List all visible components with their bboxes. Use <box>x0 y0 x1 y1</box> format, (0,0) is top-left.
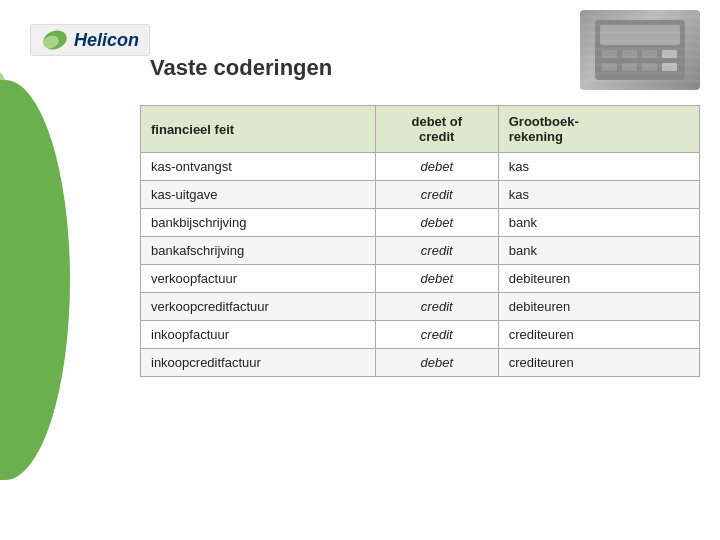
cell-feit: bankafschrijving <box>141 237 376 265</box>
table-row: inkoopfactuurcreditcrediteuren <box>141 321 700 349</box>
col-header-grootboek: Grootboek- rekening <box>498 106 699 153</box>
cell-grootboek: debiteuren <box>498 293 699 321</box>
cell-grootboek: debiteuren <box>498 265 699 293</box>
cell-debet-credit: debet <box>375 349 498 377</box>
table-row: bankbijschrijvingdebetbank <box>141 209 700 237</box>
cell-debet-credit: debet <box>375 153 498 181</box>
header: Helicon <box>0 10 720 70</box>
col-header-debet: debet of credit <box>375 106 498 153</box>
cell-debet-credit: credit <box>375 181 498 209</box>
cell-feit: inkoopcreditfactuur <box>141 349 376 377</box>
cell-debet-credit: debet <box>375 209 498 237</box>
coderingen-table: financieel feit debet of credit Grootboe… <box>140 105 700 377</box>
col-header-grootboek-line2: rekening <box>509 129 689 144</box>
table-row: verkoopcreditfactuurcreditdebiteuren <box>141 293 700 321</box>
col-header-grootboek-line1: Grootboek- <box>509 114 689 129</box>
cell-grootboek: bank <box>498 209 699 237</box>
logo-text: Helicon <box>74 30 139 51</box>
table-row: bankafschrijvingcreditbank <box>141 237 700 265</box>
table-body: kas-ontvangstdebetkaskas-uitgavecreditka… <box>141 153 700 377</box>
table-row: kas-ontvangstdebetkas <box>141 153 700 181</box>
table-header-row: financieel feit debet of credit Grootboe… <box>141 106 700 153</box>
cell-feit: bankbijschrijving <box>141 209 376 237</box>
cell-debet-credit: credit <box>375 293 498 321</box>
bg-decoration <box>0 80 70 480</box>
col-header-debet-line1: debet of <box>386 114 488 129</box>
page-title: Vaste coderingen <box>150 55 332 81</box>
cell-grootboek: kas <box>498 153 699 181</box>
cell-grootboek: bank <box>498 237 699 265</box>
col-header-debet-line2: credit <box>386 129 488 144</box>
table-row: kas-uitgavecreditkas <box>141 181 700 209</box>
cell-debet-credit: credit <box>375 321 498 349</box>
table-row: inkoopcreditfactuurdebetcrediteuren <box>141 349 700 377</box>
cell-feit: kas-ontvangst <box>141 153 376 181</box>
cell-debet-credit: debet <box>375 265 498 293</box>
cell-grootboek: kas <box>498 181 699 209</box>
cell-grootboek: crediteuren <box>498 349 699 377</box>
cell-feit: verkoopcreditfactuur <box>141 293 376 321</box>
logo: Helicon <box>30 24 150 56</box>
cell-feit: kas-uitgave <box>141 181 376 209</box>
logo-leaf-icon <box>41 29 69 51</box>
cell-feit: inkoopfactuur <box>141 321 376 349</box>
col-header-feit: financieel feit <box>141 106 376 153</box>
cell-grootboek: crediteuren <box>498 321 699 349</box>
table-row: verkoopfactuurdebetdebiteuren <box>141 265 700 293</box>
main-table-container: financieel feit debet of credit Grootboe… <box>140 105 700 377</box>
cell-debet-credit: credit <box>375 237 498 265</box>
cell-feit: verkoopfactuur <box>141 265 376 293</box>
